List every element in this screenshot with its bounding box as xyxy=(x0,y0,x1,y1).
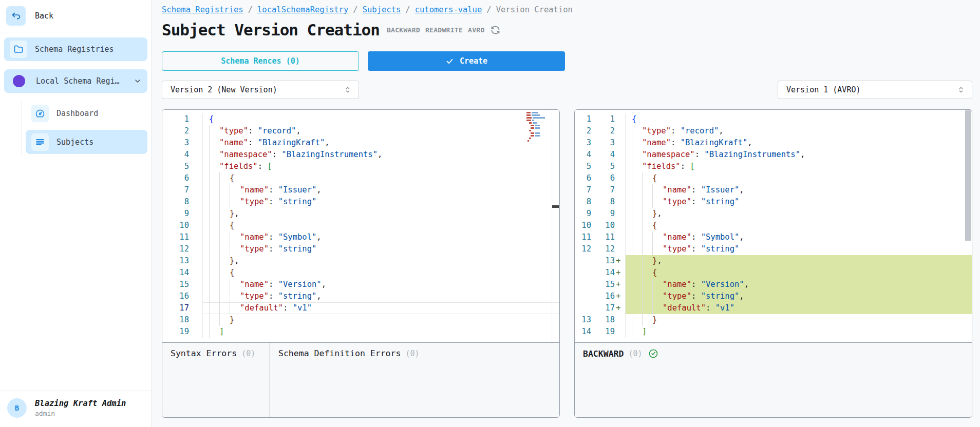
new-version-select-value: Version 2 (New Version) xyxy=(171,85,277,94)
sidebar-item-dashboard[interactable]: Dashboard xyxy=(26,101,147,125)
compatibility-badge: BACKWARD xyxy=(387,26,420,34)
sidebar-item-label: Subjects xyxy=(56,138,93,147)
code-line: 10{ xyxy=(162,220,559,231)
back-button[interactable]: Back xyxy=(0,0,152,32)
compatibility-label: BACKWARD xyxy=(583,349,624,359)
editor-scrollbar[interactable] xyxy=(965,110,971,241)
sidebar-item-label: Schema Registries xyxy=(35,45,114,54)
create-button-label: Create xyxy=(460,56,487,66)
diff-line: 44"namespace": "BlazingInstruments", xyxy=(575,149,972,161)
create-button[interactable]: Create xyxy=(368,51,565,71)
diff-line: 88"type": "string" xyxy=(575,196,972,208)
folder-icon xyxy=(10,41,27,58)
page-title: Subject Version Creation xyxy=(162,20,380,40)
left-column: 1{2"type": "record",3"name": "BlazingKra… xyxy=(162,109,560,418)
sidebar-item-local-schema-registry[interactable]: Local Schema Regi… xyxy=(4,69,147,93)
compare-version-select-value: Version 1 (AVRO) xyxy=(786,85,861,94)
schema-definition-errors-panel: Schema Definition Errors (0) xyxy=(270,343,559,417)
selector-icon xyxy=(957,86,965,94)
code-line: 1{ xyxy=(162,113,559,125)
breadcrumb-separator: / xyxy=(405,5,410,14)
syntax-errors-label: Syntax Errors xyxy=(171,348,237,358)
diff-line: 15+"name": "Version", xyxy=(575,279,972,290)
code-line: 5"fields": [ xyxy=(162,161,559,172)
selector-icon xyxy=(344,86,352,94)
code-line: 9}, xyxy=(162,208,559,220)
breadcrumb-current: Version Creation xyxy=(496,5,573,14)
code-line: 11"name": "Symbol", xyxy=(162,231,559,243)
schema-definition-errors-label: Schema Definition Errors xyxy=(278,348,401,358)
sidebar: Back Schema Registries Local Schema Regi… xyxy=(0,0,152,427)
diff-line: 77"name": "Issuer", xyxy=(575,184,972,196)
diff-line: 22"type": "record", xyxy=(575,125,972,137)
diff-line: 1212"type": "string" xyxy=(575,243,972,255)
chevron-down-icon xyxy=(134,77,142,85)
breadcrumb-link-schema-registries[interactable]: Schema Registries xyxy=(162,5,243,14)
diff-line: 1010{ xyxy=(575,220,972,231)
schema-references-button[interactable]: Schema Rences (0) xyxy=(162,51,359,71)
user-profile[interactable]: B Blazing Kraft Admin admin xyxy=(0,391,152,427)
diff-line: 16+"type": "string", xyxy=(575,290,972,302)
code-line: 6{ xyxy=(162,172,559,184)
sidebar-item-subjects[interactable]: Subjects xyxy=(26,130,147,154)
check-icon xyxy=(445,57,454,66)
code-line: 12"type": "string" xyxy=(162,243,559,255)
code-line: 3"name": "BlazingKraft", xyxy=(162,137,559,149)
syntax-errors-panel: Syntax Errors (0) xyxy=(162,343,270,417)
sidebar-item-label: Dashboard xyxy=(56,109,98,118)
overview-ruler[interactable] xyxy=(552,110,559,342)
diff-line: 33"name": "BlazingKraft", xyxy=(575,137,972,149)
editor-columns: 1{2"type": "record",3"name": "BlazingKra… xyxy=(162,109,972,418)
version-selects: Version 2 (New Version) Version 1 (AVRO) xyxy=(162,81,972,99)
diff-line: 11{ xyxy=(575,113,972,125)
compare-version-select[interactable]: Version 1 (AVRO) xyxy=(778,81,972,99)
compare-version-editor[interactable]: 11{22"type": "record",33"name": "Blazing… xyxy=(575,110,972,342)
diff-line: 55"fields": [ xyxy=(575,161,972,172)
right-editor-lines: 11{22"type": "record",33"name": "Blazing… xyxy=(575,113,972,338)
sidebar-item-schema-registries[interactable]: Schema Registries xyxy=(4,37,147,61)
breadcrumb-separator: / xyxy=(248,5,253,14)
title-row: Subject Version Creation BACKWARD READWR… xyxy=(162,20,972,40)
syntax-errors-count: (0) xyxy=(241,349,255,358)
diff-line: 14+{ xyxy=(575,267,972,279)
breadcrumb-separator: / xyxy=(486,5,491,14)
diff-line: 66{ xyxy=(575,172,972,184)
back-label: Back xyxy=(35,11,53,21)
refresh-icon[interactable] xyxy=(490,25,501,35)
new-version-editor[interactable]: 1{2"type": "record",3"name": "BlazingKra… xyxy=(162,110,559,342)
diff-line: 17+"default": "v1" xyxy=(575,302,972,314)
code-line: 15"name": "Version", xyxy=(162,279,559,290)
user-avatar: B xyxy=(7,398,27,418)
code-line: 14{ xyxy=(162,267,559,279)
breadcrumb-link-subjects[interactable]: Subjects xyxy=(363,5,401,14)
code-line: 7"name": "Issuer", xyxy=(162,184,559,196)
user-role: admin xyxy=(35,410,126,417)
circle-check-icon xyxy=(648,348,658,359)
breadcrumb: Schema Registries/localSchemaRegistry/Su… xyxy=(162,5,972,14)
schema-type-badge: AVRO xyxy=(468,26,485,34)
breadcrumb-link-subject[interactable]: cutomers-value xyxy=(415,5,482,14)
sidebar-subgroup: Dashboard Subjects xyxy=(22,101,147,154)
sidebar-item-label: Local Schema Regi… xyxy=(36,76,120,86)
user-name: Blazing Kraft Admin xyxy=(35,399,126,408)
diff-line: 1111"name": "Symbol", xyxy=(575,231,972,243)
code-line: 16"type": "string", xyxy=(162,290,559,302)
mode-badge: READWRITE xyxy=(425,26,463,34)
new-version-select[interactable]: Version 2 (New Version) xyxy=(162,81,359,99)
arrow-back-icon xyxy=(6,6,26,26)
code-line: 19] xyxy=(162,326,559,338)
code-line: 4"namespace": "BlazingInstruments", xyxy=(162,149,559,161)
compatibility-count: (0) xyxy=(628,349,642,358)
errors-panel: Syntax Errors (0) Schema Definition Erro… xyxy=(162,342,559,417)
code-line: 2"type": "record", xyxy=(162,125,559,137)
code-line: 13}, xyxy=(162,255,559,267)
breadcrumb-separator: / xyxy=(353,5,357,14)
dashboard-icon xyxy=(31,105,49,122)
diff-line: 1318} xyxy=(575,314,972,326)
breadcrumb-link-registry[interactable]: localSchemaRegistry xyxy=(257,5,348,14)
diff-line: 13+}, xyxy=(575,255,972,267)
minimap[interactable] xyxy=(526,112,551,143)
main-content: Schema Registries/localSchemaRegistry/Su… xyxy=(152,0,980,427)
toolbar: Schema Rences (0) Create xyxy=(162,51,972,71)
sidebar-nav: Schema Registries Local Schema Regi… Das… xyxy=(0,32,152,159)
